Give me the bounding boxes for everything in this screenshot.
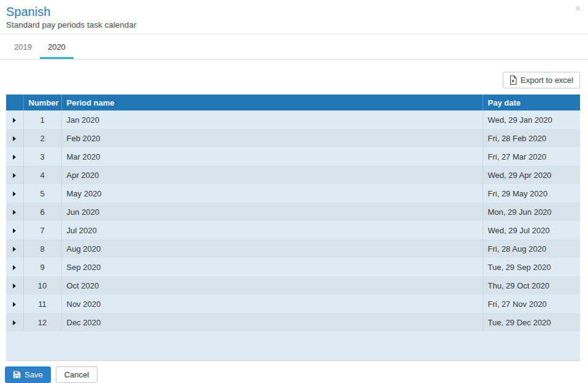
- row-period-name-cell: Jul 2020: [61, 221, 483, 239]
- row-expand-cell: [6, 129, 23, 147]
- expand-arrow-icon[interactable]: [13, 247, 16, 252]
- row-expand-cell: [6, 221, 23, 239]
- row-pay-date-cell: Wed, 29 Jul 2020: [483, 221, 580, 239]
- expand-arrow-icon[interactable]: [13, 302, 16, 307]
- table-row[interactable]: 11Nov 2020Fri, 27 Nov 2020: [6, 295, 580, 313]
- table-row[interactable]: 4Apr 2020Wed, 29 Apr 2020: [6, 166, 580, 184]
- row-expand-cell: [6, 258, 23, 276]
- dialog-actions: Save Cancel: [0, 361, 588, 383]
- row-pay-date-cell: Wed, 29 Jan 2020: [483, 110, 580, 129]
- row-number-cell: 9: [23, 258, 61, 276]
- row-number-cell: 12: [23, 313, 61, 331]
- grid-toolbar: Export to excel: [0, 60, 588, 88]
- row-pay-date-cell: Fri, 28 Feb 2020: [483, 129, 580, 147]
- row-pay-date-cell: Fri, 28 Aug 2020: [483, 239, 580, 258]
- row-expand-cell: [6, 147, 23, 166]
- row-period-name-cell: Jan 2020: [61, 110, 483, 129]
- row-period-name-cell: Mar 2020: [61, 147, 483, 166]
- table-row[interactable]: 1Jan 2020Wed, 29 Jan 2020: [6, 110, 580, 129]
- export-to-excel-label: Export to excel: [521, 75, 573, 85]
- row-pay-date-cell: Fri, 27 Mar 2020: [483, 147, 580, 166]
- grid-empty-area: [6, 331, 580, 361]
- save-button-label: Save: [25, 370, 43, 379]
- table-row[interactable]: 6Jun 2020Mon, 29 Jun 2020: [6, 203, 580, 221]
- table-row[interactable]: 12Dec 2020Tue, 29 Dec 2020: [6, 313, 580, 331]
- excel-file-icon: [510, 75, 517, 85]
- save-disk-icon: [13, 371, 21, 379]
- row-number-cell: 6: [23, 203, 61, 221]
- row-period-name-cell: Oct 2020: [61, 276, 483, 295]
- row-number-cell: 1: [23, 110, 61, 129]
- expand-arrow-icon[interactable]: [13, 265, 16, 270]
- table-row[interactable]: 9Sep 2020Tue, 29 Sep 2020: [6, 258, 580, 276]
- row-period-name-cell: May 2020: [61, 184, 483, 203]
- row-expand-cell: [6, 203, 23, 221]
- row-period-name-cell: Apr 2020: [61, 166, 483, 184]
- expand-arrow-icon[interactable]: [13, 228, 16, 233]
- column-header-expand: [6, 95, 23, 110]
- table-row[interactable]: 3Mar 2020Fri, 27 Mar 2020: [6, 147, 580, 166]
- expand-arrow-icon[interactable]: [13, 192, 16, 196]
- row-expand-cell: [6, 295, 23, 313]
- row-expand-cell: [6, 313, 23, 331]
- row-expand-cell: [6, 166, 23, 184]
- row-expand-cell: [6, 239, 23, 258]
- export-to-excel-button[interactable]: Export to excel: [503, 72, 580, 88]
- page-title: Spanish: [6, 4, 581, 19]
- row-period-name-cell: Nov 2020: [61, 295, 483, 313]
- pay-periods-table: Number Period name Pay date 1Jan 2020Wed…: [6, 95, 580, 331]
- row-number-cell: 11: [23, 295, 61, 313]
- pay-periods-grid: Number Period name Pay date 1Jan 2020Wed…: [6, 95, 580, 361]
- row-expand-cell: [6, 184, 23, 203]
- expand-arrow-icon[interactable]: [13, 284, 16, 288]
- tab-2020[interactable]: 2020: [40, 34, 74, 59]
- row-period-name-cell: Aug 2020: [61, 239, 483, 258]
- row-period-name-cell: Jun 2020: [61, 203, 483, 221]
- page-subtitle: Standard pay periods task calendar: [6, 20, 581, 29]
- row-number-cell: 2: [23, 129, 61, 147]
- row-pay-date-cell: Tue, 29 Sep 2020: [483, 258, 580, 276]
- expand-arrow-icon[interactable]: [13, 173, 16, 178]
- table-row[interactable]: 7Jul 2020Wed, 29 Jul 2020: [6, 221, 580, 239]
- column-header-period-name[interactable]: Period name: [61, 95, 483, 110]
- column-header-pay-date[interactable]: Pay date: [483, 95, 580, 110]
- table-header-row: Number Period name Pay date: [6, 95, 580, 110]
- cancel-button-label: Cancel: [64, 370, 89, 379]
- cancel-button[interactable]: Cancel: [56, 366, 97, 383]
- row-number-cell: 5: [23, 184, 61, 203]
- expand-arrow-icon[interactable]: [13, 118, 16, 123]
- row-pay-date-cell: Fri, 29 May 2020: [483, 184, 580, 203]
- tab-2019[interactable]: 2019: [6, 34, 40, 59]
- expand-arrow-icon[interactable]: [13, 320, 16, 325]
- row-expand-cell: [6, 110, 23, 129]
- close-icon[interactable]: ×: [575, 4, 581, 14]
- expand-arrow-icon[interactable]: [13, 210, 16, 215]
- row-pay-date-cell: Mon, 29 Jun 2020: [483, 203, 580, 221]
- year-tabs: 20192020: [0, 34, 588, 60]
- row-number-cell: 8: [23, 239, 61, 258]
- expand-arrow-icon[interactable]: [13, 155, 16, 160]
- row-pay-date-cell: Wed, 29 Apr 2020: [483, 166, 580, 184]
- row-expand-cell: [6, 276, 23, 295]
- row-pay-date-cell: Fri, 27 Nov 2020: [483, 295, 580, 313]
- table-row[interactable]: 5May 2020Fri, 29 May 2020: [6, 184, 580, 203]
- row-period-name-cell: Dec 2020: [61, 313, 483, 331]
- column-header-number[interactable]: Number: [23, 95, 61, 110]
- expand-arrow-icon[interactable]: [13, 136, 16, 141]
- row-number-cell: 3: [23, 147, 61, 166]
- row-number-cell: 10: [23, 276, 61, 295]
- table-row[interactable]: 10Oct 2020Thu, 29 Oct 2020: [6, 276, 580, 295]
- row-number-cell: 7: [23, 221, 61, 239]
- row-period-name-cell: Feb 2020: [61, 129, 483, 147]
- row-number-cell: 4: [23, 166, 61, 184]
- modal-header: Spanish Standard pay periods task calend…: [0, 0, 588, 34]
- row-pay-date-cell: Tue, 29 Dec 2020: [483, 313, 580, 331]
- save-button[interactable]: Save: [5, 366, 51, 383]
- row-period-name-cell: Sep 2020: [61, 258, 483, 276]
- table-row[interactable]: 2Feb 2020Fri, 28 Feb 2020: [6, 129, 580, 147]
- row-pay-date-cell: Thu, 29 Oct 2020: [483, 276, 580, 295]
- table-row[interactable]: 8Aug 2020Fri, 28 Aug 2020: [6, 239, 580, 258]
